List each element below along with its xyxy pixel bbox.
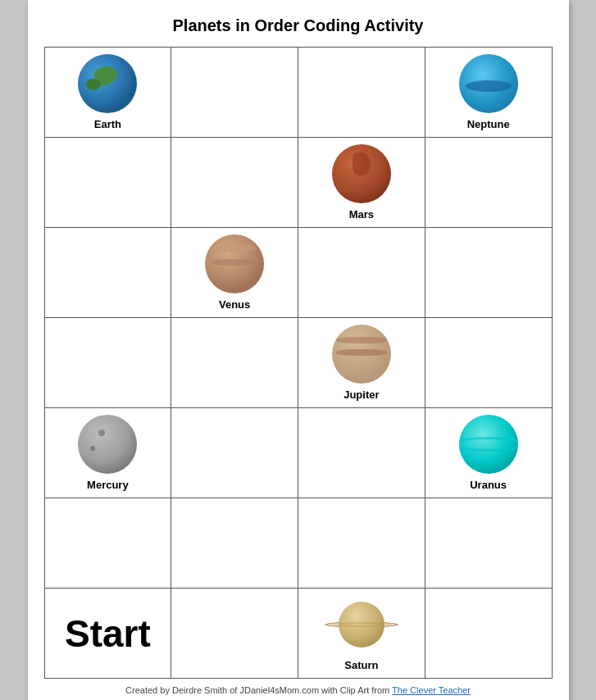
cell-r2-c2 (298, 228, 425, 318)
cell-r0-c0: Earth (45, 48, 172, 138)
activity-grid: Earth Neptune Mars Venus Jupiter (44, 47, 553, 679)
uranus-planet (459, 415, 518, 474)
neptune-label: Neptune (467, 118, 510, 130)
cell-r5-c2 (298, 498, 425, 589)
cell-r1-c0 (45, 138, 172, 228)
saturn-wrap (329, 595, 394, 654)
saturn-label: Saturn (344, 659, 378, 671)
cell-r3-c1 (171, 318, 298, 408)
cell-r3-c2: Jupiter (298, 318, 425, 408)
cell-r5-c0 (45, 498, 172, 589)
cell-r2-c3 (425, 228, 553, 318)
neptune-planet (459, 54, 518, 113)
cell-r1-c3 (425, 138, 553, 228)
page-title: Planets in Order Coding Activity (44, 16, 553, 35)
footer: Created by Deirdre Smith of JDaniel4sMom… (44, 685, 553, 695)
jupiter-label: Jupiter (343, 389, 379, 401)
page: Planets in Order Coding Activity Earth N… (28, 0, 569, 700)
cell-r6-c2: Saturn (298, 589, 425, 679)
uranus-label: Uranus (470, 479, 507, 491)
footer-link[interactable]: The Clever Teacher (392, 685, 471, 695)
mercury-planet (78, 415, 137, 474)
cell-r2-c1: Venus (171, 228, 298, 318)
saturn-ring-inner (329, 622, 394, 626)
earth-planet (78, 54, 137, 113)
mercury-label: Mercury (87, 479, 129, 491)
footer-text: Created by Deirdre Smith of JDaniel4sMom… (125, 685, 392, 695)
cell-r5-c1 (171, 498, 298, 589)
cell-r1-c1 (171, 138, 298, 228)
cell-r4-c0: Mercury (45, 408, 172, 498)
cell-r1-c2: Mars (298, 138, 425, 228)
mars-label: Mars (349, 208, 374, 220)
cell-r0-c3: Neptune (425, 48, 553, 138)
jupiter-planet (332, 325, 391, 384)
cell-r2-c0 (45, 228, 172, 318)
uranus-ring (459, 437, 518, 452)
cell-r4-c3: Uranus (425, 408, 553, 498)
cell-r4-c2 (298, 408, 425, 498)
cell-r0-c2 (298, 48, 425, 138)
cell-r6-c1 (171, 589, 298, 679)
earth-label: Earth (94, 118, 121, 130)
cell-r3-c3 (425, 318, 553, 408)
cell-r6-c0: Start (45, 589, 172, 679)
start-label: Start (65, 611, 151, 656)
cell-r4-c1 (171, 408, 298, 498)
cell-r5-c3 (425, 498, 553, 589)
cell-r0-c1 (171, 48, 298, 138)
cell-r3-c0 (45, 318, 172, 408)
cell-r6-c3 (425, 589, 553, 679)
venus-planet (205, 234, 264, 293)
mars-planet (332, 144, 391, 203)
venus-label: Venus (219, 298, 250, 311)
